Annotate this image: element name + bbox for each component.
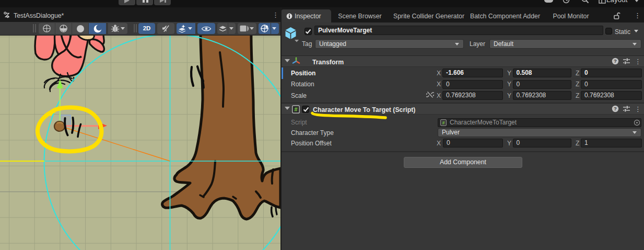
svg-text:#: #	[442, 120, 445, 126]
svg-text:?: ?	[614, 58, 617, 64]
svg-text:#: #	[294, 106, 297, 112]
svg-text:?: ?	[614, 106, 617, 111]
